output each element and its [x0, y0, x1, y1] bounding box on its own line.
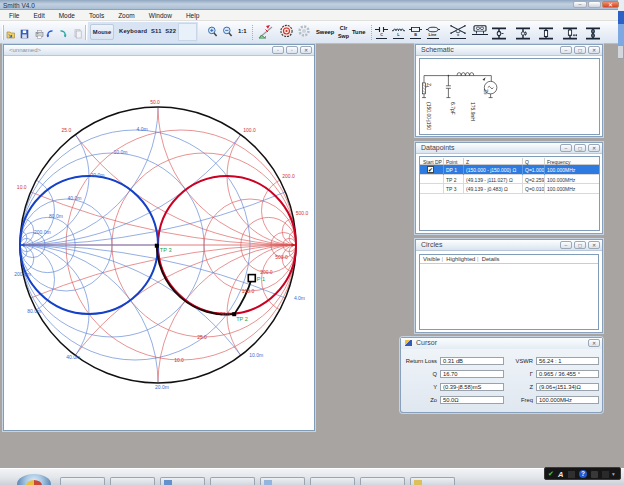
svg-text:TP 2: TP 2 [236, 316, 248, 322]
svg-text:20.0m: 20.0m [91, 172, 105, 178]
svg-text:P 1: P 1 [257, 276, 265, 282]
svg-text:200.0m: 200.0m [34, 229, 51, 235]
svg-text:TP 3: TP 3 [160, 247, 172, 253]
svg-text:10.0: 10.0 [17, 184, 27, 190]
svg-text:10.0: 10.0 [174, 357, 184, 363]
svg-text:80.0m: 80.0m [27, 308, 41, 314]
svg-text:500.0: 500.0 [275, 254, 288, 260]
svg-text:20.0m: 20.0m [155, 384, 169, 390]
svg-text:500.0: 500.0 [296, 210, 309, 216]
svg-text:200.0m: 200.0m [14, 271, 31, 277]
svg-text:50.0: 50.0 [220, 311, 230, 317]
svg-text:50.0: 50.0 [150, 99, 160, 105]
svg-text:4.0m: 4.0m [137, 126, 148, 132]
svg-text:100.0: 100.0 [242, 288, 255, 294]
svg-text:10.0m: 10.0m [249, 352, 263, 358]
svg-text:6.7pF: 6.7pF [450, 102, 456, 115]
svg-text:40.0m: 40.0m [66, 354, 80, 360]
svg-text:25.0: 25.0 [61, 127, 71, 133]
svg-text:10.0m: 10.0m [114, 149, 128, 155]
svg-text:175.9nH: 175.9nH [470, 102, 476, 121]
svg-text:200.0: 200.0 [282, 173, 295, 179]
svg-text:25.0: 25.0 [197, 334, 207, 340]
svg-text:ZL: ZL [425, 83, 432, 88]
svg-text:200.0: 200.0 [260, 269, 273, 275]
svg-text:(150.00-j150: (150.00-j150 [426, 102, 432, 130]
svg-text:Zs: Zs [483, 89, 489, 95]
svg-text:100.0: 100.0 [243, 127, 256, 133]
svg-text:40.0m: 40.0m [68, 195, 82, 201]
svg-text:80.0m: 80.0m [49, 213, 63, 219]
svg-text:4.0m: 4.0m [294, 295, 305, 301]
